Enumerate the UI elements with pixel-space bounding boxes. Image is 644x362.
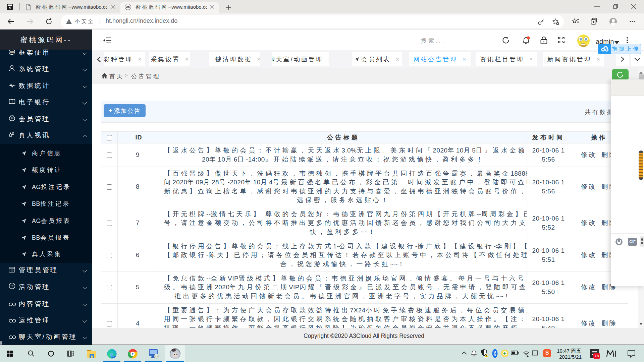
svg-text:OK: OK xyxy=(10,51,14,54)
